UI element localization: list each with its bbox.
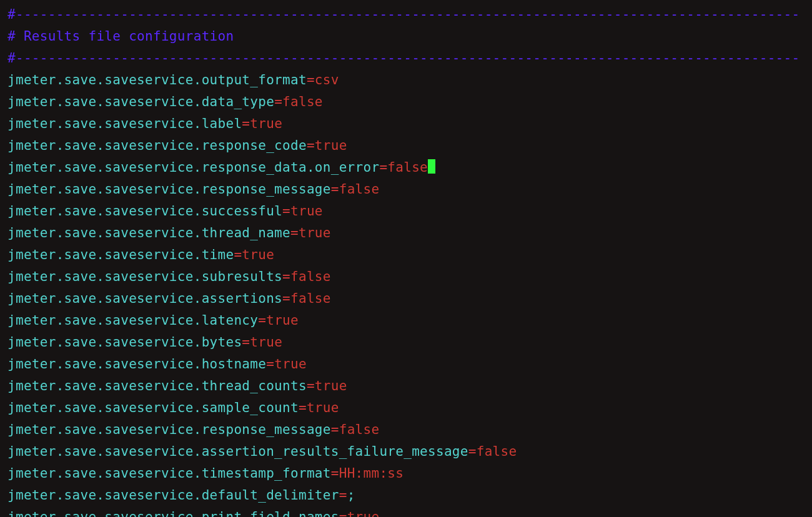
property-value: false	[282, 94, 323, 109]
property-value: true	[290, 204, 323, 219]
equals-sign: =	[234, 247, 242, 262]
property-key: jmeter.save.saveservice.print_field_name…	[7, 510, 339, 517]
equals-sign: =	[307, 378, 315, 393]
property-key: jmeter.save.saveservice.response_message	[7, 182, 331, 197]
property-value: true	[299, 225, 331, 240]
property-value: false	[339, 182, 380, 197]
comment-rule-top: #---------------------------------------…	[7, 7, 800, 22]
cursor	[428, 159, 435, 174]
equals-sign: =	[331, 422, 339, 437]
property-key: jmeter.save.saveservice.latency	[7, 313, 258, 328]
property-value: HH:mm:ss	[339, 466, 404, 481]
comment-title-text: Results file configuration	[24, 29, 234, 44]
equals-sign: =	[282, 204, 290, 219]
equals-sign: =	[307, 72, 315, 87]
property-key: jmeter.save.saveservice.assertion_result…	[7, 444, 468, 459]
equals-sign: =	[299, 400, 307, 415]
property-key: jmeter.save.saveservice.output_format	[7, 72, 307, 87]
property-value: true	[242, 247, 274, 262]
equals-sign: =	[339, 510, 347, 517]
comment-rule-bottom: #---------------------------------------…	[7, 51, 800, 66]
equals-sign: =	[282, 291, 290, 306]
property-key: jmeter.save.saveservice.hostname	[7, 357, 266, 372]
property-value: false	[290, 291, 331, 306]
comment-prefix: #	[7, 29, 24, 44]
property-key: jmeter.save.saveservice.sample_count	[7, 400, 299, 415]
property-value: true	[250, 335, 282, 350]
property-key: jmeter.save.saveservice.successful	[7, 204, 282, 219]
equals-sign: =	[379, 160, 387, 175]
equals-sign: =	[282, 269, 290, 284]
equals-sign: =	[339, 488, 347, 503]
property-key: jmeter.save.saveservice.thread_name	[7, 225, 290, 240]
property-key: jmeter.save.saveservice.data_type	[7, 94, 274, 109]
equals-sign: =	[290, 225, 299, 240]
property-value: true	[250, 116, 282, 131]
equals-sign: =	[307, 138, 315, 153]
equals-sign: =	[242, 116, 250, 131]
property-key: jmeter.save.saveservice.response_message	[7, 422, 331, 437]
property-value: false	[290, 269, 331, 284]
property-key: jmeter.save.saveservice.time	[7, 247, 234, 262]
property-value: true	[315, 138, 347, 153]
property-key: jmeter.save.saveservice.response_code	[7, 138, 307, 153]
property-key: jmeter.save.saveservice.assertions	[7, 291, 282, 306]
terminal-editor[interactable]: #---------------------------------------…	[0, 0, 812, 517]
property-key: jmeter.save.saveservice.default_delimite…	[7, 488, 339, 503]
property-value: false	[387, 160, 428, 175]
property-value: true	[315, 378, 347, 393]
property-key: jmeter.save.saveservice.label	[7, 116, 242, 131]
equals-sign: =	[266, 357, 274, 372]
property-key: jmeter.save.saveservice.bytes	[7, 335, 242, 350]
property-value: true	[347, 510, 380, 517]
property-key: jmeter.save.saveservice.subresults	[7, 269, 282, 284]
property-key: jmeter.save.saveservice.timestamp_format	[7, 466, 331, 481]
equals-sign: =	[331, 466, 339, 481]
property-key: jmeter.save.saveservice.thread_counts	[7, 378, 307, 393]
equals-sign: =	[242, 335, 250, 350]
equals-sign: =	[468, 444, 477, 459]
property-key: jmeter.save.saveservice.response_data.on…	[7, 160, 379, 175]
equals-sign: =	[274, 94, 282, 109]
property-value: false	[339, 422, 380, 437]
property-value: ;	[347, 488, 355, 503]
equals-sign: =	[331, 182, 339, 197]
property-value: true	[307, 400, 339, 415]
property-value: false	[477, 444, 517, 459]
property-value: csv	[315, 72, 339, 87]
equals-sign: =	[258, 313, 266, 328]
property-value: true	[274, 357, 307, 372]
comment-title: # Results file configuration	[7, 29, 234, 44]
property-value: true	[266, 313, 299, 328]
